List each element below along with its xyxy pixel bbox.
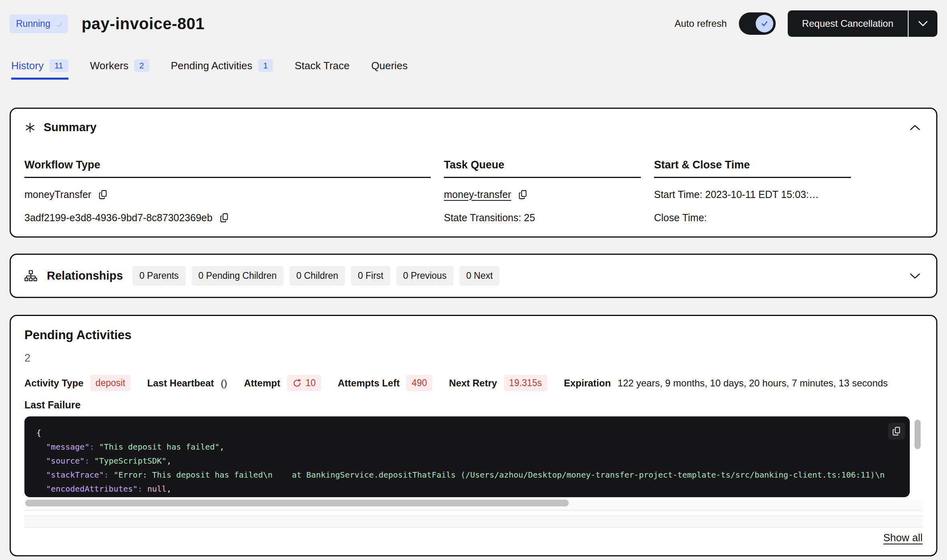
show-all-row: Show all	[24, 532, 923, 544]
last-failure-block: { "message": "This deposit has failed", …	[24, 416, 923, 497]
summary-collapse-button[interactable]	[907, 122, 923, 133]
chevron-down-icon	[918, 20, 928, 27]
request-cancellation-group: Request Cancellation	[788, 10, 937, 37]
expiration-label: Expiration	[564, 378, 611, 389]
running-spinner-icon	[56, 21, 62, 26]
pending-activities-card: Pending Activities 2 Activity Type depos…	[10, 315, 937, 556]
show-all-link[interactable]: Show all	[883, 532, 923, 544]
chevron-down-icon	[909, 272, 921, 280]
workflow-detail-page: Running pay-invoice-801 Auto refresh Req…	[0, 0, 947, 560]
attempt-field: Attempt 10	[244, 375, 321, 391]
activity-type-badge: deposit	[90, 375, 130, 391]
copy-task-queue-button[interactable]	[518, 189, 528, 200]
start-close-time-column: Start & Close Time Start Time: 2023-10-1…	[654, 159, 851, 224]
chevron-up-icon	[909, 124, 921, 131]
tab-queries-label: Queries	[371, 60, 407, 72]
relationships-expand-button[interactable]	[907, 271, 923, 281]
copy-failure-json-button[interactable]	[888, 423, 905, 440]
task-queue-header: Task Queue	[444, 159, 641, 178]
relationships-card: Relationships 0 Parents 0 Pending Childr…	[10, 254, 937, 298]
copy-icon	[891, 426, 902, 436]
summary-card-header: Summary	[24, 121, 923, 134]
workflow-type-header: Workflow Type	[24, 159, 431, 178]
code-message-key: "message"	[36, 442, 89, 452]
last-failure-json: { "message": "This deposit has failed", …	[24, 416, 910, 497]
topbar: Running pay-invoice-801 Auto refresh Req…	[10, 8, 937, 39]
next-retry-field: Next Retry 19.315s	[449, 375, 547, 391]
collapsed-activity-row	[24, 516, 923, 528]
tab-pending-activities[interactable]: Pending Activities 1	[171, 59, 273, 80]
last-heartbeat-value: ()	[221, 378, 227, 389]
copy-icon	[518, 189, 528, 200]
first-badge: 0 First	[351, 266, 390, 286]
task-queue-column: Task Queue money-transfer State Transiti…	[444, 159, 641, 224]
tab-pending-activities-count: 1	[258, 59, 273, 72]
close-time-value: Close Time:	[654, 212, 707, 224]
tab-history[interactable]: History 11	[11, 59, 68, 80]
code-stacktrace-key: "stackTrace"	[36, 470, 104, 480]
attempt-label: Attempt	[244, 378, 281, 389]
tab-queries[interactable]: Queries	[371, 59, 407, 80]
toggle-knob	[756, 15, 773, 32]
summary-columns: Workflow Type moneyTransfer 3adf2199-e3d…	[24, 159, 923, 224]
start-time-value: Start Time: 2023-10-11 EDT 15:03:…	[654, 189, 819, 200]
workflow-type-column: Workflow Type moneyTransfer 3adf2199-e3d…	[24, 159, 431, 224]
copy-icon	[98, 189, 108, 200]
tab-stack-trace[interactable]: Stack Trace	[295, 59, 349, 80]
last-failure-label: Last Failure	[24, 399, 923, 411]
task-queue-link[interactable]: money-transfer	[444, 189, 511, 200]
expiration-value: 122 years, 9 months, 10 days, 20 hours, …	[618, 378, 888, 389]
next-retry-label: Next Retry	[449, 378, 497, 389]
code-horizontal-scrollbar[interactable]	[24, 500, 923, 511]
summary-title: Summary	[44, 121, 96, 134]
code-open-brace: {	[36, 428, 41, 438]
code-source-key: "source"	[36, 456, 84, 466]
relationship-badges: 0 Parents 0 Pending Children 0 Children …	[132, 266, 500, 286]
cancellation-dropdown-button[interactable]	[909, 10, 937, 37]
status-badge-label: Running	[16, 18, 50, 29]
workflow-title: pay-invoice-801	[82, 15, 205, 33]
next-retry-badge: 19.315s	[504, 375, 547, 391]
copy-icon	[219, 212, 230, 223]
attempt-value: 10	[305, 378, 316, 388]
attempts-left-badge: 490	[406, 375, 432, 391]
code-message-value: "This deposit has failed"	[99, 442, 220, 452]
pending-activities-title: Pending Activities	[24, 328, 923, 342]
auto-refresh-label: Auto refresh	[674, 18, 727, 29]
copy-run-id-button[interactable]	[219, 212, 230, 223]
tab-workers-label: Workers	[90, 60, 128, 72]
auto-refresh-toggle[interactable]	[739, 12, 776, 35]
status-badge: Running	[10, 14, 68, 33]
tab-history-label: History	[11, 60, 44, 72]
copy-workflow-type-button[interactable]	[98, 189, 108, 200]
check-icon	[760, 19, 769, 28]
attempts-left-label: Attempts Left	[338, 378, 400, 389]
summary-card: Summary Workflow Type moneyTransfer	[10, 108, 937, 238]
previous-badge: 0 Previous	[396, 266, 453, 286]
pending-activities-count: 2	[24, 352, 923, 364]
last-heartbeat-label: Last Heartbeat	[147, 378, 214, 389]
children-badge: 0 Children	[289, 266, 345, 286]
tab-pending-activities-label: Pending Activities	[171, 60, 253, 72]
topbar-actions: Auto refresh Request Cancellation	[674, 10, 937, 37]
relationships-title: Relationships	[47, 269, 123, 282]
horizontal-scrollbar-thumb[interactable]	[25, 500, 569, 506]
code-stacktrace-value: "Error: This deposit has failed\n at Ban…	[114, 470, 885, 480]
code-encoded-attributes-value: null	[147, 484, 167, 494]
code-encoded-attributes-key: "encodedAttributes"	[36, 484, 138, 494]
next-badge: 0 Next	[459, 266, 500, 286]
activity-type-field: Activity Type deposit	[24, 375, 130, 391]
start-close-time-header: Start & Close Time	[654, 159, 851, 178]
request-cancellation-button[interactable]: Request Cancellation	[788, 10, 908, 37]
last-heartbeat-field: Last Heartbeat ()	[147, 378, 227, 389]
tab-workers[interactable]: Workers 2	[90, 59, 149, 80]
code-source-value: "TypeScriptSDK"	[94, 456, 167, 466]
retry-icon	[292, 378, 302, 388]
tab-workers-count: 2	[134, 59, 149, 72]
tab-stack-trace-label: Stack Trace	[295, 60, 349, 72]
pending-children-badge: 0 Pending Children	[192, 266, 284, 286]
code-vertical-scrollbar[interactable]	[913, 416, 923, 497]
pending-activity-fields: Activity Type deposit Last Heartbeat () …	[24, 375, 923, 391]
vertical-scrollbar-thumb[interactable]	[915, 420, 921, 449]
parents-badge: 0 Parents	[132, 266, 185, 286]
